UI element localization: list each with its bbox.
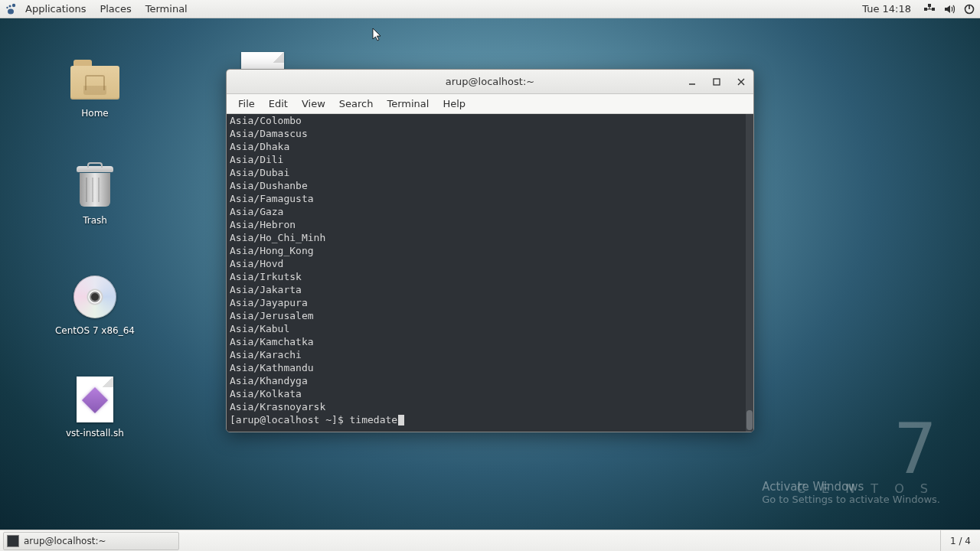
taskbar-entry-terminal[interactable]: arup@localhost:~	[3, 532, 179, 550]
window-titlebar[interactable]: arup@localhost:~	[227, 70, 753, 94]
centos-watermark: 7 C E N T O S	[797, 422, 934, 496]
svg-point-1	[9, 5, 11, 7]
bottom-panel: arup@localhost:~ 1 / 4	[0, 530, 980, 551]
top-panel: Applications Places Terminal Tue 14:18	[0, 0, 980, 18]
terminal-prompt: [arup@localhost ~]$	[230, 414, 350, 425]
taskbar-entry-label: arup@localhost:~	[24, 536, 106, 546]
desktop-icon-home[interactable]: Home	[49, 55, 141, 119]
desktop-icon-trash[interactable]: Trash	[49, 162, 141, 227]
terminal-cursor	[398, 415, 404, 425]
script-file-icon	[49, 375, 141, 424]
desktop-icon-disc[interactable]: CentOS 7 x86_64	[49, 272, 141, 337]
terminal-scrollbar[interactable]	[746, 114, 753, 432]
menu-file[interactable]: File	[231, 94, 262, 113]
terminal-icon	[7, 535, 19, 547]
workspace-indicator[interactable]: 1 / 4	[940, 530, 980, 551]
svg-rect-10	[714, 79, 720, 85]
terminal-typed: timedate	[350, 414, 398, 425]
svg-point-2	[6, 6, 8, 8]
menu-terminal[interactable]: Terminal	[139, 0, 194, 18]
svg-rect-6	[928, 4, 931, 7]
svg-point-0	[12, 3, 15, 6]
menu-terminal-sub[interactable]: Terminal	[380, 94, 436, 113]
desktop-label: vst-install.sh	[49, 427, 141, 439]
menu-applications[interactable]: Applications	[18, 0, 93, 18]
power-icon[interactable]	[963, 3, 975, 15]
network-icon[interactable]	[923, 3, 936, 15]
menu-places[interactable]: Places	[93, 0, 138, 18]
trash-icon	[49, 162, 141, 211]
terminal-output[interactable]: Asia/Colombo Asia/Damascus Asia/Dhaka As…	[227, 114, 753, 432]
terminal-window: arup@localhost:~ File Edit View Search T…	[226, 69, 754, 432]
volume-icon[interactable]	[943, 3, 956, 15]
disc-icon	[49, 272, 141, 321]
window-close-button[interactable]	[729, 70, 753, 94]
desktop-label: Home	[49, 107, 141, 119]
desktop-icon-script[interactable]: vst-install.sh	[49, 375, 141, 439]
folder-icon	[49, 55, 141, 104]
window-title: arup@localhost:~	[446, 76, 534, 87]
window-maximize-button[interactable]	[704, 70, 729, 94]
menu-edit[interactable]: Edit	[262, 94, 295, 113]
svg-point-3	[8, 8, 14, 14]
clock[interactable]: Tue 14:18	[858, 0, 916, 18]
mouse-pointer-icon	[372, 28, 383, 46]
window-minimize-button[interactable]	[680, 70, 704, 94]
window-menubar: File Edit View Search Terminal Help	[227, 94, 753, 114]
menu-help[interactable]: Help	[436, 94, 472, 113]
menu-view[interactable]: View	[295, 94, 332, 113]
desktop-label: CentOS 7 x86_64	[49, 324, 141, 337]
menu-search[interactable]: Search	[332, 94, 381, 113]
windows-activation-watermark: Activate Windows Go to Settings to activ…	[762, 480, 940, 505]
gnome-foot-icon	[5, 3, 17, 15]
scrollbar-thumb[interactable]	[746, 410, 753, 430]
desktop-label: Trash	[49, 214, 141, 227]
